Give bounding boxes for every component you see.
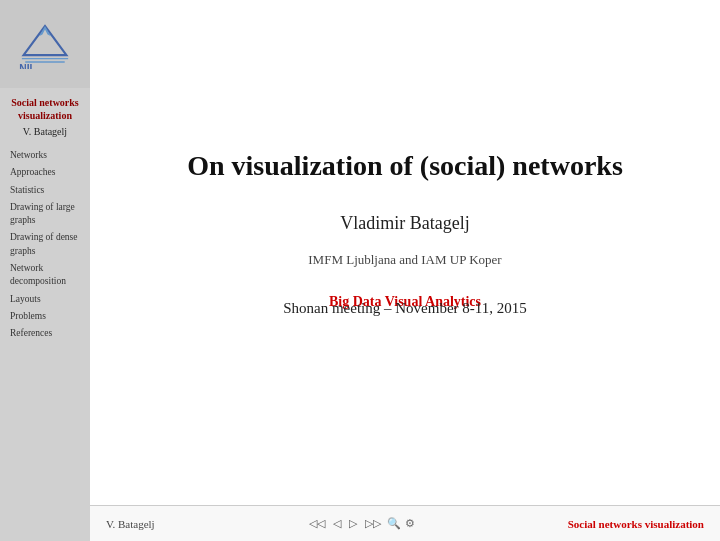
sidebar-item-networks[interactable]: Networks — [6, 147, 84, 164]
slide-author: Vladimir Batagelj — [340, 213, 469, 234]
slide-footer: V. Batagelj ◁◁ ◁ ▷ ▷▷ 🔍 ⚙ Social network… — [90, 505, 720, 541]
nav-next-icon[interactable]: ▷ — [347, 516, 359, 531]
sidebar-item-layouts[interactable]: Layouts — [6, 291, 84, 308]
svg-text:NII: NII — [19, 63, 32, 69]
sidebar-item-drawing-large[interactable]: Drawing of large graphs — [6, 199, 84, 230]
sidebar-item-references[interactable]: References — [6, 325, 84, 342]
sidebar-item-statistics[interactable]: Statistics — [6, 182, 84, 199]
slide-institution: IMFM Ljubljana and IAM UP Koper — [308, 252, 501, 268]
sidebar-nav: Social networks visualization V. Batagel… — [0, 88, 90, 351]
nii-logo: NII — [15, 19, 75, 69]
sidebar: NII Social networks visualization V. Bat… — [0, 0, 90, 541]
footer-navigation: ◁◁ ◁ ▷ ▷▷ 🔍 ⚙ — [307, 516, 415, 531]
sidebar-item-problems[interactable]: Problems — [6, 308, 84, 325]
sidebar-item-network-decomp[interactable]: Network decomposition — [6, 260, 84, 291]
nav-search-icon[interactable]: 🔍 — [387, 517, 401, 530]
nav-last-icon[interactable]: ▷▷ — [363, 516, 383, 531]
sidebar-title: Social networks visualization — [6, 96, 84, 122]
sidebar-item-drawing-dense[interactable]: Drawing of dense graphs — [6, 229, 84, 260]
main-content: On visualization of (social) networks Vl… — [90, 0, 720, 541]
slide-title: On visualization of (social) networks — [187, 148, 623, 184]
slide-body: On visualization of (social) networks Vl… — [90, 0, 720, 505]
footer-author: V. Batagelj — [106, 518, 155, 530]
nav-first-icon[interactable]: ◁◁ — [307, 516, 327, 531]
svg-marker-0 — [24, 26, 67, 55]
conference-subtitle: Shonan meeting – November 8-11, 2015 — [283, 300, 527, 317]
footer-title: Social networks visualization — [568, 518, 704, 530]
nav-prev-icon[interactable]: ◁ — [331, 516, 343, 531]
sidebar-author: V. Batagelj — [6, 126, 84, 137]
logo-area: NII — [0, 0, 90, 88]
sidebar-item-approaches[interactable]: Approaches — [6, 164, 84, 181]
nav-settings-icon[interactable]: ⚙ — [405, 517, 415, 530]
